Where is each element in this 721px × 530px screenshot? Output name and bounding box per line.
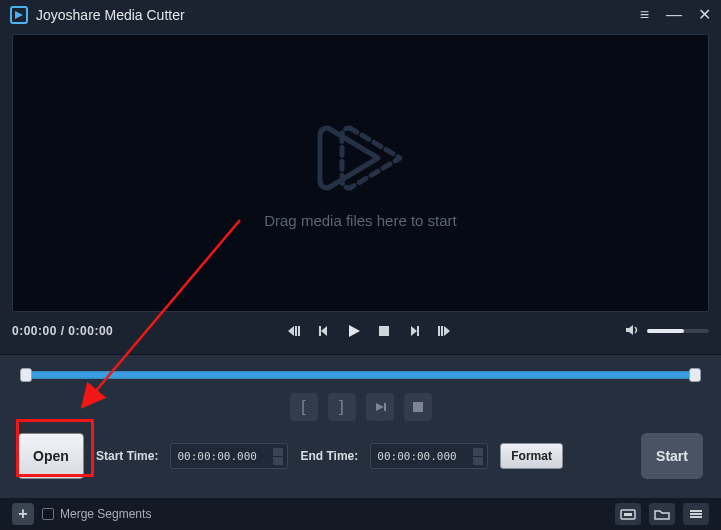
volume-icon[interactable] <box>625 323 641 340</box>
stop-segment-button[interactable] <box>404 393 432 421</box>
svg-rect-10 <box>438 326 440 336</box>
svg-marker-8 <box>411 326 417 336</box>
play-button[interactable] <box>345 322 363 340</box>
selection-handle-left[interactable] <box>20 368 32 382</box>
svg-rect-19 <box>690 510 702 512</box>
app-logo-icon <box>10 6 28 24</box>
svg-marker-4 <box>321 326 327 336</box>
open-folder-icon[interactable] <box>649 503 675 525</box>
step-back-frame-button[interactable] <box>285 322 303 340</box>
merge-segments-checkbox[interactable]: Merge Segments <box>42 507 151 521</box>
svg-marker-0 <box>15 11 23 19</box>
svg-rect-18 <box>624 513 632 516</box>
svg-marker-13 <box>626 325 633 335</box>
merge-segments-label: Merge Segments <box>60 507 151 521</box>
svg-rect-15 <box>384 403 386 411</box>
set-start-bracket-button[interactable]: [ <box>290 393 318 421</box>
svg-rect-5 <box>319 326 321 336</box>
menu-icon[interactable]: ≡ <box>640 7 650 23</box>
step-forward-frame-button[interactable] <box>435 322 453 340</box>
drop-hint-text: Drag media files here to start <box>264 212 457 229</box>
svg-marker-1 <box>288 326 294 336</box>
svg-rect-21 <box>690 516 702 518</box>
preview-segment-button[interactable] <box>366 393 394 421</box>
svg-rect-2 <box>295 326 297 336</box>
end-time-input[interactable]: 00:00:00.000 <box>370 443 488 469</box>
start-time-label: Start Time: <box>96 449 158 463</box>
selection-handle-right[interactable] <box>689 368 701 382</box>
screenshot-icon[interactable] <box>615 503 641 525</box>
svg-marker-12 <box>444 326 450 336</box>
start-button[interactable]: Start <box>641 433 703 479</box>
svg-rect-7 <box>379 326 389 336</box>
drop-logo-icon <box>306 118 416 198</box>
list-icon[interactable] <box>683 503 709 525</box>
close-button[interactable]: ✕ <box>698 7 711 23</box>
svg-rect-11 <box>441 326 443 336</box>
stop-button[interactable] <box>375 322 393 340</box>
checkbox-box <box>42 508 54 520</box>
video-preview[interactable]: Drag media files here to start <box>12 34 709 312</box>
start-time-value: 00:00:00.000 <box>177 450 256 463</box>
timeline-selection[interactable] <box>26 371 695 379</box>
svg-marker-14 <box>376 403 384 411</box>
minimize-button[interactable]: — <box>666 7 682 23</box>
add-segment-button[interactable]: + <box>12 503 34 525</box>
volume-slider[interactable] <box>647 329 709 333</box>
next-button[interactable] <box>405 322 423 340</box>
svg-rect-3 <box>298 326 300 336</box>
end-time-spinner[interactable] <box>473 448 483 465</box>
format-button[interactable]: Format <box>500 443 563 469</box>
svg-rect-20 <box>690 513 702 515</box>
svg-marker-6 <box>349 325 360 337</box>
set-end-bracket-button[interactable]: ] <box>328 393 356 421</box>
end-time-value: 00:00:00.000 <box>377 450 456 463</box>
start-time-spinner[interactable] <box>273 448 283 465</box>
svg-rect-9 <box>417 326 419 336</box>
time-readout: 0:00:00 / 0:00:00 <box>12 324 113 338</box>
end-time-label: End Time: <box>300 449 358 463</box>
start-time-input[interactable]: 00:00:00.000 <box>170 443 288 469</box>
open-button[interactable]: Open <box>18 433 84 479</box>
prev-button[interactable] <box>315 322 333 340</box>
svg-rect-16 <box>413 402 423 412</box>
app-title: Joyoshare Media Cutter <box>36 7 185 23</box>
